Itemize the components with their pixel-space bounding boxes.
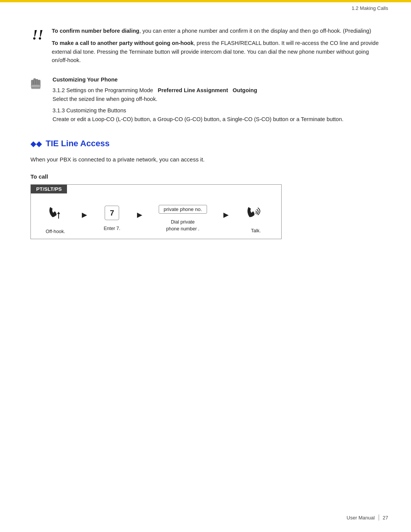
svg-rect-4 [31,85,40,88]
note-p1-rest: , you can enter a phone number and confi… [139,28,371,34]
tip-item1-bold: Preferred Line Assignment Outgoing [158,87,257,93]
section-title: TIE Line Access [46,139,110,149]
bang-icon: !! [30,27,45,42]
tip-hand-icon [30,76,46,93]
step-talk: Talk. [245,203,266,235]
procedure-box: PT/SLT/PS Off-hook. ▶ 7 [30,184,282,240]
note-p1-bold: To confirm number before dialing [52,28,139,34]
procedure-steps: Off-hook. ▶ 7 Enter 7. ▶ private phone n… [31,193,281,239]
footer-divider [379,514,379,521]
tip-item1-prefix: 3.1.2 Settings on the Programming Mode [53,87,158,93]
section-heading: ◆◆ TIE Line Access [30,139,381,149]
section-label: 1.2 Making Calls [352,5,388,11]
tip-box: Customizing Your Phone 3.1.2 Settings on… [30,75,381,126]
footer-page: 27 [383,515,388,521]
step-dial-label: Dial privatephone number . [166,219,199,232]
note-box: !! To confirm number before dialing, you… [30,27,381,65]
tip-item-2: 3.1.3 Customizing the ButtonsCreate or e… [53,106,344,123]
to-call-label: To call [30,173,381,180]
note-paragraph-2: To make a call to another party without … [52,39,381,64]
section-description: When your PBX is connected to a private … [30,155,381,164]
offhook-icon [46,203,65,223]
talk-icon [245,203,266,222]
note-text-block: To confirm number before dialing, you ca… [52,27,381,65]
top-border-bar [0,0,411,2]
svg-marker-7 [57,212,60,219]
arrow-1: ▶ [82,211,87,219]
procedure-tab: PT/SLT/PS [31,185,67,193]
phone-pill-icon: private phone no. [159,205,207,214]
step-talk-label: Talk. [251,228,261,235]
footer-label: User Manual [347,515,375,521]
step-offhook-label: Off-hook. [46,228,65,235]
key7-icon: 7 [105,206,119,220]
step-dial: private phone no. Dial privatephone numb… [159,205,207,232]
step-enter7: 7 Enter 7. [104,206,120,232]
tip-content-block: Customizing Your Phone 3.1.2 Settings on… [53,75,344,126]
key-7-button: 7 [105,206,119,220]
note-paragraph-1: To confirm number before dialing, you ca… [52,27,381,35]
page-header: 1.2 Making Calls [352,5,388,11]
note-p2-bold: To make a call to another party without … [52,40,194,46]
arrow-2: ▶ [137,211,142,219]
tip-item2-text: 3.1.3 Customizing the ButtonsCreate or e… [53,107,344,122]
step-enter7-label: Enter 7. [104,225,120,232]
diamond-icons: ◆◆ [30,139,42,148]
private-phone-pill: private phone no. [159,205,207,214]
arrow-3: ▶ [223,211,229,219]
tip-item-1: 3.1.2 Settings on the Programming Mode P… [53,86,344,103]
tip-title: Customizing Your Phone [53,75,344,84]
tip-item1-rest: Select the seized line when going off-ho… [53,96,157,102]
footer: User Manual 27 [347,514,388,521]
step-offhook: Off-hook. [46,203,65,235]
